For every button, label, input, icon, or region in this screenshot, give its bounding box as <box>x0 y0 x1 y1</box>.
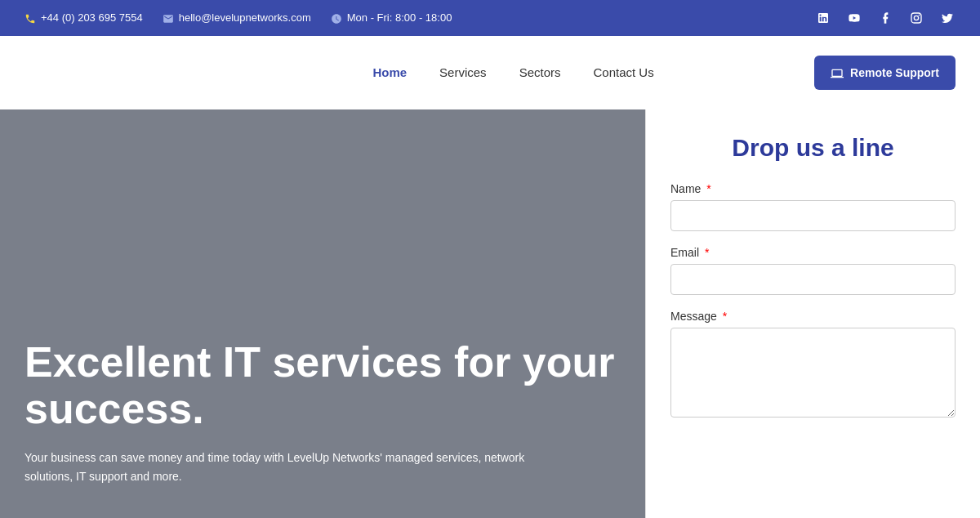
message-textarea[interactable] <box>670 328 956 418</box>
name-label: Name * <box>670 182 956 195</box>
business-hours: Mon - Fri: 8:00 - 18:00 <box>347 11 452 24</box>
topbar: +44 (0) 203 695 7554 hello@levelupnetwor… <box>0 0 980 36</box>
name-group: Name * <box>670 182 956 231</box>
email-icon <box>163 11 174 25</box>
email-item: hello@levelupnetworks.com <box>163 11 311 25</box>
linkedin-icon[interactable] <box>815 10 831 26</box>
hero-title: Excellent IT services for your success. <box>24 339 621 432</box>
hero-section: Excellent IT services for your success. … <box>0 109 645 518</box>
nav-links: Home Services Sectors Contact Us <box>372 65 653 80</box>
clock-icon <box>331 11 342 25</box>
email-required: * <box>705 246 709 259</box>
social-icons <box>815 10 956 26</box>
nav-item-services[interactable]: Services <box>439 65 487 80</box>
nav-item-home[interactable]: Home <box>372 65 407 80</box>
email-input[interactable] <box>670 264 956 295</box>
nav-item-contact[interactable]: Contact Us <box>593 65 653 80</box>
nav-link-home[interactable]: Home <box>372 65 407 79</box>
name-required: * <box>706 182 710 195</box>
message-label: Message * <box>670 310 956 323</box>
message-required: * <box>723 310 727 323</box>
message-group: Message * <box>670 310 956 421</box>
main-content: Excellent IT services for your success. … <box>0 109 980 518</box>
instagram-icon[interactable] <box>908 10 924 26</box>
navbar: Home Services Sectors Contact Us Remote … <box>0 36 980 109</box>
youtube-icon[interactable] <box>846 10 862 26</box>
phone-icon <box>24 11 36 25</box>
email-group: Email * <box>670 246 956 295</box>
nav-link-services[interactable]: Services <box>439 65 487 79</box>
hero-subtitle: Your business can save money and time to… <box>24 449 547 485</box>
nav-item-sectors[interactable]: Sectors <box>519 65 561 80</box>
facebook-icon[interactable] <box>877 10 893 26</box>
nav-link-sectors[interactable]: Sectors <box>519 65 561 79</box>
phone-number: +44 (0) 203 695 7554 <box>41 11 143 24</box>
topbar-left: +44 (0) 203 695 7554 hello@levelupnetwor… <box>24 11 452 25</box>
email-address: hello@levelupnetworks.com <box>179 11 311 24</box>
name-input[interactable] <box>670 200 956 231</box>
nav-link-contact[interactable]: Contact Us <box>593 65 653 79</box>
remote-support-label: Remote Support <box>850 66 939 79</box>
remote-support-button[interactable]: Remote Support <box>814 56 956 90</box>
phone-item: +44 (0) 203 695 7554 <box>24 11 143 25</box>
remote-support-icon <box>831 65 844 80</box>
twitter-icon[interactable] <box>939 10 956 26</box>
contact-form-panel: Drop us a line Name * Email * Message * <box>645 109 980 518</box>
email-label: Email * <box>670 246 956 259</box>
form-title: Drop us a line <box>670 134 956 162</box>
hours-item: Mon - Fri: 8:00 - 18:00 <box>331 11 452 25</box>
